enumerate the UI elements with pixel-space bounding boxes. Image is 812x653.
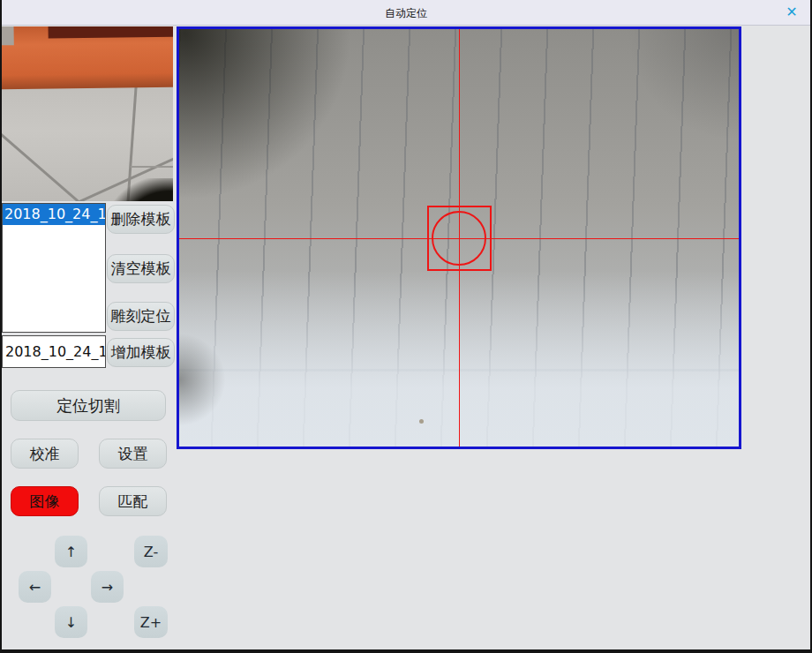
jog-left-button[interactable]: ← (19, 571, 51, 603)
tile-grout-line (2, 131, 82, 201)
wood-gray-patch (2, 26, 14, 45)
calibrate-button[interactable]: 校准 (11, 439, 79, 469)
position-cut-button[interactable]: 定位切割 (11, 390, 166, 421)
z-minus-button[interactable]: Z- (134, 536, 168, 567)
dark-object-shadow (109, 178, 173, 201)
jog-up-button[interactable]: ↑ (55, 536, 87, 567)
camera-thumbnail (2, 26, 173, 201)
add-template-button[interactable]: 增加模板 (107, 338, 175, 367)
arrow-left-icon: ← (29, 579, 41, 596)
titlebar: 自动定位 ✕ (2, 0, 810, 26)
z-plus-button[interactable]: Z+ (134, 606, 168, 638)
auto-position-window: 自动定位 ✕ 2018_10_24_11 删除模板 清空模板 雕刻定位 增加模板… (0, 0, 812, 653)
debris-dot (419, 419, 424, 424)
jog-down-button[interactable]: ↓ (55, 606, 87, 638)
clear-templates-button[interactable]: 清空模板 (107, 254, 175, 283)
camera-view (177, 26, 741, 449)
template-list[interactable]: 2018_10_24_11 (2, 203, 106, 333)
settings-button[interactable]: 设置 (99, 439, 167, 469)
jog-right-button[interactable]: → (91, 571, 124, 603)
tile-grout-line (131, 166, 173, 168)
template-list-item[interactable]: 2018_10_24_11 (3, 204, 105, 225)
close-icon[interactable]: ✕ (782, 3, 801, 22)
target-circle (432, 211, 486, 266)
arrow-up-icon: ↑ (65, 544, 77, 560)
window-title: 自动定位 (2, 6, 810, 21)
match-button[interactable]: 匹配 (99, 486, 167, 516)
wood-dark-band (49, 26, 173, 39)
arrow-down-icon: ↓ (65, 614, 77, 631)
template-name-input[interactable] (2, 335, 106, 368)
delete-template-button[interactable]: 删除模板 (107, 205, 175, 234)
image-button[interactable]: 图像 (11, 486, 79, 516)
wood-board-image (2, 26, 173, 89)
arrow-right-icon: → (102, 579, 113, 596)
engrave-position-button[interactable]: 雕刻定位 (107, 302, 175, 331)
